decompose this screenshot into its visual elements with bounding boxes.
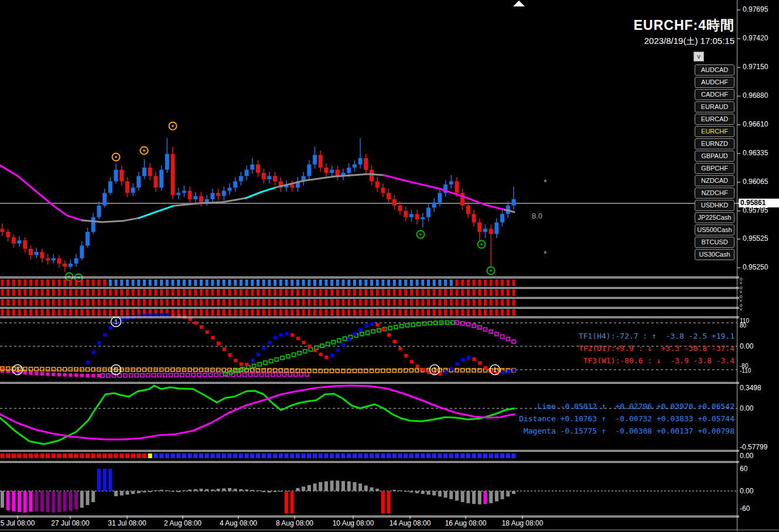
indicator-scale-label: v	[740, 289, 742, 294]
panel-separator-line	[0, 308, 739, 309]
panel-separator-line	[0, 277, 739, 277]
indicator-scale-label: 80	[740, 322, 746, 329]
panel-separator-line	[0, 307, 739, 308]
indicator-scale-label: v	[740, 298, 742, 303]
symbol-button-US500Cash[interactable]: US500Cash	[695, 224, 734, 236]
indicator-scale-label: 0.00	[740, 404, 753, 412]
time-axis-label: 27 Jul 08:00	[51, 519, 89, 527]
current-price-badge: 0.95861	[739, 199, 779, 207]
symbol-button-AUDCAD[interactable]: AUDCAD	[695, 64, 734, 76]
panel-separator-line	[0, 383, 739, 384]
panel-separator-line	[0, 516, 739, 516]
svg-text:2: 2	[16, 367, 19, 373]
macd-indicator-readout: Lime -0.05012 ↑ +0.02796 +0.03970 +0.065…	[519, 400, 734, 437]
symbol-button-JP225Cash[interactable]: JP225Cash	[695, 212, 734, 223]
symbol-button-AUDCHF[interactable]: AUDCHF	[695, 77, 734, 88]
price-axis-label: 0.95525	[743, 234, 768, 243]
panel-separator-line	[0, 287, 739, 288]
indicator-scale-label: -110	[740, 367, 751, 374]
indicator-scale-label: v	[740, 306, 742, 312]
panel-separator-line	[0, 517, 739, 517]
panel-separator-line	[0, 298, 739, 299]
scroll-to-end-marker-icon[interactable]	[513, 1, 525, 6]
time-axis-label: 18 Aug 08:00	[502, 519, 544, 527]
panel-separator-line	[0, 382, 739, 383]
symbol-button-CADCHF[interactable]: CADCHF	[695, 89, 734, 100]
price-axis-label: 0.95795	[743, 206, 768, 214]
time-axis-label: 2 Aug 08:00	[164, 519, 201, 527]
time-axis-label: 8 Aug 08:00	[276, 519, 313, 527]
tf2-readout-line: TF2(D1):+9.9 : ↓ +3.3 -30.8 -37.4	[579, 342, 734, 354]
symbol-button-USDHKD[interactable]: USDHKD	[695, 200, 734, 211]
symbol-button-EURCHF[interactable]: EURCHF	[695, 126, 734, 137]
panel-separator-line	[0, 288, 739, 289]
price-axis-label: 0.97150	[743, 63, 768, 71]
price-axis-label: 0.95250	[743, 263, 768, 271]
symbol-button-EURAUD[interactable]: EURAUD	[695, 101, 734, 112]
panel-separator-line	[0, 451, 739, 452]
symbol-list-toggle-button[interactable]: v	[693, 52, 704, 62]
time-axis-label: 4 Aug 08:00	[220, 519, 257, 527]
panel-separator-line	[0, 318, 739, 318]
tf-indicator-readout: TF1(H4):-72.7 : ↑ -3.8 -2.5 +19.1 TF2(D1…	[579, 330, 734, 367]
panel-separator-line	[0, 461, 739, 462]
time-axis-label: 16 Aug 08:00	[445, 519, 487, 527]
trading-app-window: 12511 EURCHF:4時間 2023/8/19(土) 17:05:15 v…	[0, 0, 779, 532]
time-axis-label: 5 Jul 08:00	[1, 519, 35, 527]
distance-hint-label: 8.0	[532, 212, 542, 220]
upper-asterisk-marker: *	[544, 177, 547, 187]
symbol-button-NZDCHF[interactable]: NZDCHF	[695, 187, 734, 199]
price-axis-label: 0.96610	[743, 120, 768, 128]
svg-text:5: 5	[114, 367, 118, 373]
indicator-scale-label: 60	[740, 465, 747, 473]
time-axis-label: 10 Aug 08:00	[333, 519, 374, 527]
indicator-scale-label: 0.00	[740, 452, 753, 460]
panel-separator-line	[0, 316, 739, 317]
panel-separator-line	[0, 297, 739, 298]
symbol-button-US30Cash[interactable]: US30Cash	[695, 249, 734, 260]
symbol-button-BTCUSD[interactable]: BTCUSD	[695, 237, 734, 248]
panel-separator-line	[0, 450, 739, 451]
indicator-scale-label: -60	[740, 504, 750, 513]
panel-separator-line	[0, 462, 739, 463]
symbol-button-GBPAUD[interactable]: GBPAUD	[695, 151, 734, 162]
indicator-scale-label: 0.00	[740, 342, 753, 350]
chart-timestamp: 2023/8/19(土) 17:05:15	[644, 36, 734, 47]
indicator-scale-label: 0.00	[740, 487, 753, 495]
tf3-readout-line: TF3(W1):-80.6 : ↓ -3.9 -3.8 -3.4	[579, 354, 734, 367]
chart-canvas[interactable]: 12511	[0, 0, 779, 532]
lime-readout-line: Lime -0.05012 ↑ +0.02796 +0.03970 +0.065…	[519, 400, 734, 412]
symbol-button-NZDCAD[interactable]: NZDCAD	[695, 175, 734, 186]
indicator-scale-label: 0.3498	[740, 384, 761, 392]
time-axis-label: 14 Aug 08:00	[390, 519, 431, 527]
page-title: EURCHF:4時間	[634, 16, 734, 35]
svg-text:1: 1	[433, 367, 436, 373]
magenta-readout-line: Magenta -0.15775 ↑ -0.00308 +0.00137 +0.…	[519, 425, 734, 437]
tf1-readout-line: TF1(H4):-72.7 : ↑ -3.8 -2.5 +19.1	[579, 330, 734, 342]
price-axis-label: 0.96335	[743, 149, 768, 157]
price-axis-label: 0.97420	[743, 34, 768, 42]
symbol-button-EURNZD[interactable]: EURNZD	[695, 138, 734, 149]
svg-text:1: 1	[493, 367, 497, 373]
panel-separator-line	[0, 278, 739, 278]
indicator-scale-label: v	[740, 280, 742, 285]
price-axis-label: 0.96880	[743, 91, 768, 100]
svg-text:1: 1	[114, 319, 118, 325]
time-axis-label: 31 Jul 08:00	[108, 519, 146, 527]
price-axis-label: 0.97695	[743, 5, 768, 13]
symbol-button-EURCAD[interactable]: EURCAD	[695, 114, 734, 125]
distance-readout-line: Distance +0.10763 ↑ -0.00732 +0.03833 +0…	[519, 412, 734, 425]
symbol-button-GBPCHF[interactable]: GBPCHF	[695, 163, 734, 174]
price-axis-label: 0.96065	[743, 178, 768, 186]
lower-asterisk-marker: *	[544, 248, 547, 258]
window-bottom-border	[0, 530, 779, 530]
indicator-scale-label: -0.57799	[740, 443, 767, 451]
